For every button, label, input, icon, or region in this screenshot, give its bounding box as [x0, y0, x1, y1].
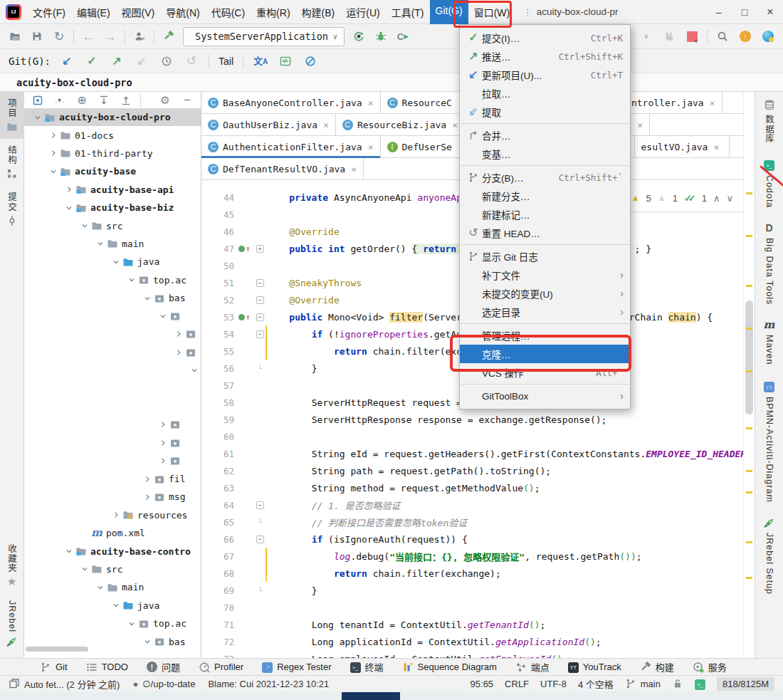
- tree-item[interactable]: [24, 343, 201, 361]
- chevron-collapsed-icon[interactable]: [47, 131, 60, 140]
- open-folder-icon[interactable]: [7, 28, 23, 45]
- close-icon[interactable]: ×: [368, 142, 374, 152]
- git-menu-item-推送…[interactable]: ↗推送…Ctrl+Shift+K: [460, 47, 630, 66]
- fold-minus-icon[interactable]: −: [254, 279, 266, 287]
- fold-end[interactable]: └: [258, 365, 262, 372]
- status-lock[interactable]: [672, 678, 683, 689]
- tool-stripe-提交[interactable]: 提交: [0, 186, 24, 233]
- tab-DefTenantResultVO.java[interactable]: CDefTenantResultVO.java×: [201, 158, 364, 179]
- target-icon[interactable]: ⊕: [74, 92, 90, 109]
- git-menu-item-新建标记…[interactable]: 新建标记…: [460, 205, 630, 224]
- view-menu-icon[interactable]: .▾.: [52, 92, 68, 109]
- chevron-expanded-icon[interactable]: [157, 312, 169, 320]
- fold-minus[interactable]: −: [256, 279, 264, 287]
- fold-end[interactable]: └: [258, 587, 262, 595]
- history-clock-icon[interactable]: [159, 53, 174, 70]
- chevron-collapsed-icon[interactable]: [172, 348, 185, 357]
- chevron-expanded-icon[interactable]: [125, 276, 138, 284]
- close-icon[interactable]: ×: [368, 98, 374, 108]
- tool-stripe-Big Data Tools[interactable]: DBig Data Tools: [755, 215, 783, 312]
- hide-icon[interactable]: −: [179, 92, 195, 109]
- menu-窗口(W)[interactable]: 窗口(W): [468, 0, 516, 24]
- editor-error-stripe[interactable]: [743, 92, 755, 658]
- git-menu-item-显示 Git 日志[interactable]: 显示 Git 日志: [460, 247, 630, 266]
- implements-gutter-icon[interactable]: ↑: [238, 313, 254, 321]
- status-818/8125M[interactable]: 818/8125M: [717, 677, 774, 691]
- debug-bug-icon[interactable]: [373, 28, 389, 45]
- tool-button-Profiler[interactable]: Profiler: [199, 662, 243, 673]
- sync-icon[interactable]: ↻: [51, 28, 67, 45]
- update-icon[interactable]: ↙: [59, 53, 75, 70]
- chevron-expanded-icon[interactable]: [110, 258, 122, 266]
- fold-end[interactable]: └: [258, 518, 262, 526]
- tool-stripe-BPMN-Activiti-Diagram[interactable]: (.*)BPMN-Activiti-Diagram: [755, 372, 783, 510]
- chevron-collapsed-icon[interactable]: [157, 439, 169, 447]
- tree-item[interactable]: [24, 397, 201, 415]
- tree-item[interactable]: [24, 361, 201, 379]
- git-menu-item-变基…[interactable]: 变基…: [460, 145, 630, 163]
- monitor-icon[interactable]: [278, 53, 293, 70]
- tool-button-终端[interactable]: >_终端: [350, 660, 384, 674]
- run-configuration-select[interactable]: SystemServerApplication ∨: [183, 27, 345, 46]
- prohibit-icon[interactable]: [303, 53, 318, 70]
- gear-icon[interactable]: ⚙: [157, 92, 173, 109]
- tool-button-构建[interactable]: 构建: [640, 660, 674, 674]
- git-menu-item-提交(I)…[interactable]: ✓提交(I)…Ctrl+K: [460, 28, 630, 47]
- tree-item[interactable]: [24, 434, 201, 451]
- editor-scrollbar-thumb[interactable]: [745, 301, 753, 414]
- git-menu-item-管理远程…[interactable]: 管理远程…: [460, 326, 630, 345]
- fold-minus[interactable]: −: [256, 313, 264, 321]
- chevron-collapsed-icon[interactable]: [172, 330, 185, 338]
- status-CRLF[interactable]: CRLF: [505, 679, 529, 689]
- close-button[interactable]: ×: [757, 0, 783, 23]
- tab-ResourceBiz.java[interactable]: CResourceBiz.java×: [336, 114, 465, 135]
- tool-button-服务[interactable]: 服务: [693, 660, 727, 674]
- expand-all-icon[interactable]: [96, 92, 112, 109]
- fold-plus-icon[interactable]: +: [254, 245, 266, 253]
- fold-minus-icon[interactable]: −: [254, 313, 266, 321]
- chevron-expanded-icon[interactable]: [31, 113, 44, 122]
- build-hammer-icon[interactable]: [161, 28, 177, 45]
- fold-minus-icon[interactable]: −: [254, 330, 266, 338]
- tab-AuthenticationFilter.java[interactable]: CAuthenticationFilter.java×: [201, 136, 381, 157]
- tree-horizontal-scrollbar[interactable]: [26, 647, 88, 652]
- push-icon[interactable]: ↗: [109, 53, 125, 70]
- chevron-collapsed-icon[interactable]: [63, 185, 75, 194]
- tree-item-main[interactable]: main: [24, 235, 201, 253]
- git-menu-item-提取[interactable]: ⇙提取: [460, 103, 630, 121]
- tree-item-acuity-base-api[interactable]: acuity-base-api: [24, 181, 201, 199]
- chevron-expanded-icon[interactable]: [63, 204, 75, 212]
- collapse-all-icon[interactable]: [118, 92, 134, 109]
- tree-item-java[interactable]: java: [24, 253, 201, 271]
- fold-minus[interactable]: −: [256, 501, 264, 509]
- tool-stripe-收藏夹[interactable]: 收藏夹★: [0, 538, 24, 595]
- rollback-icon[interactable]: ↺: [184, 53, 199, 70]
- close-icon[interactable]: ×: [710, 98, 715, 108]
- menu-构建(B)[interactable]: 构建(B): [296, 0, 341, 24]
- close-icon[interactable]: ×: [637, 120, 643, 130]
- search-icon[interactable]: [715, 28, 730, 45]
- chevron-collapsed-icon[interactable]: [47, 149, 60, 157]
- chevron-down-small-icon[interactable]: ∨: [639, 28, 654, 45]
- chevron-expanded-icon[interactable]: [141, 637, 154, 646]
- tree-item[interactable]: [24, 416, 201, 434]
- status-terminal-green[interactable]: >_: [695, 678, 705, 690]
- chevron-collapsed-icon[interactable]: [157, 420, 169, 429]
- fold-minus[interactable]: −: [256, 536, 264, 543]
- tab-esultVO.java[interactable]: esultVO.java×: [635, 136, 730, 157]
- close-icon[interactable]: ×: [323, 120, 329, 130]
- git-menu-item-重置 HEAD…[interactable]: ↺重置 HEAD…: [460, 224, 630, 242]
- maximize-button[interactable]: □: [732, 0, 757, 23]
- git-menu-item-合并…[interactable]: 合并…: [460, 126, 630, 145]
- ide-update-icon[interactable]: ↑: [737, 28, 753, 45]
- tree-item[interactable]: [24, 325, 201, 343]
- select-opened-icon[interactable]: [30, 92, 46, 109]
- menu-导航(N)[interactable]: 导航(N): [160, 0, 205, 24]
- translate-icon[interactable]: 文A: [253, 53, 268, 70]
- tree-item[interactable]: [24, 307, 201, 325]
- jrebel-rabbit-icon[interactable]: [661, 28, 677, 45]
- fold-minus-icon[interactable]: −: [254, 296, 266, 304]
- fold-minus[interactable]: −: [256, 296, 264, 304]
- chevron-expanded-icon[interactable]: [47, 167, 60, 176]
- back-icon[interactable]: ←: [80, 28, 96, 45]
